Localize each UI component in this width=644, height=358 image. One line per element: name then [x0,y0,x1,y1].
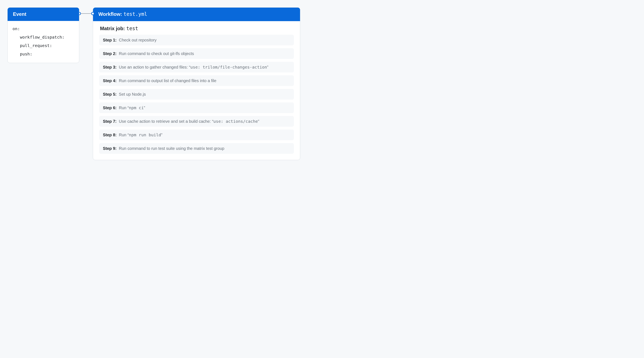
step-label: Step 6: [103,105,119,110]
step-text-fragment: ” [267,65,268,69]
step-row: Step 7: Use cache action to retrieve and… [99,116,294,127]
step-label: Step 9: [103,146,119,151]
matrix-job-title: Matrix job: test [100,26,294,31]
step-description: Run “npm ci” [119,105,145,110]
step-description: Run command to check out git-lfs objects [119,51,194,56]
workflow-card: Workflow: test.yml Matrix job: test Step… [93,7,300,160]
step-label: Step 4: [103,78,119,83]
step-text-fragment: Set up Node.js [119,92,146,96]
event-header-text: Event [13,11,26,17]
step-code-fragment: npm run build [129,132,161,137]
step-description: Use an action to gather changed files: “… [119,65,268,69]
event-trigger: pull_request: [12,41,74,50]
event-card: Event on: workflow_dispatch: pull_reques… [8,7,79,63]
event-on-label: on: [12,26,20,31]
step-label: Step 3: [103,65,119,69]
step-code-fragment: use: actions/cache [213,119,258,124]
step-label: Step 1: [103,38,119,42]
step-label: Step 7: [103,119,119,124]
step-row: Step 9: Run command to run test suite us… [99,143,294,154]
steps-list: Step 1: Check out repositoryStep 2: Run … [99,35,294,154]
step-row: Step 3: Use an action to gather changed … [99,62,294,72]
step-text-fragment: Run “ [119,133,129,137]
step-label: Step 8: [103,133,119,137]
event-card-header: Event [8,7,79,21]
connector-line [79,13,93,14]
step-text-fragment: Check out repository [119,38,156,42]
step-description: Run command to run test suite using the … [119,146,224,151]
step-text-fragment: Use an action to gather changed files: “ [119,65,190,69]
step-text-fragment: Run command to output list of changed fi… [119,78,216,83]
event-trigger: workflow_dispatch: [12,33,74,41]
matrix-prefix: Matrix job: [100,26,126,31]
diagram-canvas: Event on: workflow_dispatch: pull_reques… [8,7,636,160]
step-label: Step 5: [103,92,119,96]
workflow-card-body: Matrix job: test Step 1: Check out repos… [93,21,300,160]
step-description: Run “npm run build” [119,133,162,137]
step-description: Check out repository [119,38,156,42]
workflow-header-file: test.yml [124,11,147,17]
step-description: Use cache action to retrieve and set a b… [119,119,259,124]
step-description: Run command to output list of changed fi… [119,78,216,83]
step-row: Step 5: Set up Node.js [99,89,294,100]
step-row: Step 1: Check out repository [99,35,294,45]
step-text-fragment: ” [258,119,259,124]
event-card-body: on: workflow_dispatch: pull_request: pus… [8,21,79,63]
step-row: Step 4: Run command to output list of ch… [99,75,294,86]
step-description: Set up Node.js [119,92,146,96]
matrix-name: test [126,26,138,31]
step-text-fragment: ” [144,105,145,110]
step-code-fragment: use: trilom/file-changes-action [190,65,267,70]
step-code-fragment: npm ci [129,105,144,110]
workflow-header-prefix: Workflow: [98,11,124,17]
event-trigger: push: [12,50,74,58]
workflow-card-header: Workflow: test.yml [93,7,300,21]
step-text-fragment: Run “ [119,105,129,110]
step-row: Step 2: Run command to check out git-lfs… [99,48,294,59]
step-text-fragment: Use cache action to retrieve and set a b… [119,119,213,124]
step-label: Step 2: [103,51,119,56]
step-text-fragment: ” [161,133,162,137]
step-row: Step 8: Run “npm run build” [99,129,294,140]
step-text-fragment: Run command to run test suite using the … [119,146,224,151]
step-row: Step 6: Run “npm ci” [99,102,294,113]
step-text-fragment: Run command to check out git-lfs objects [119,51,194,56]
connector-dot-right [91,12,94,15]
